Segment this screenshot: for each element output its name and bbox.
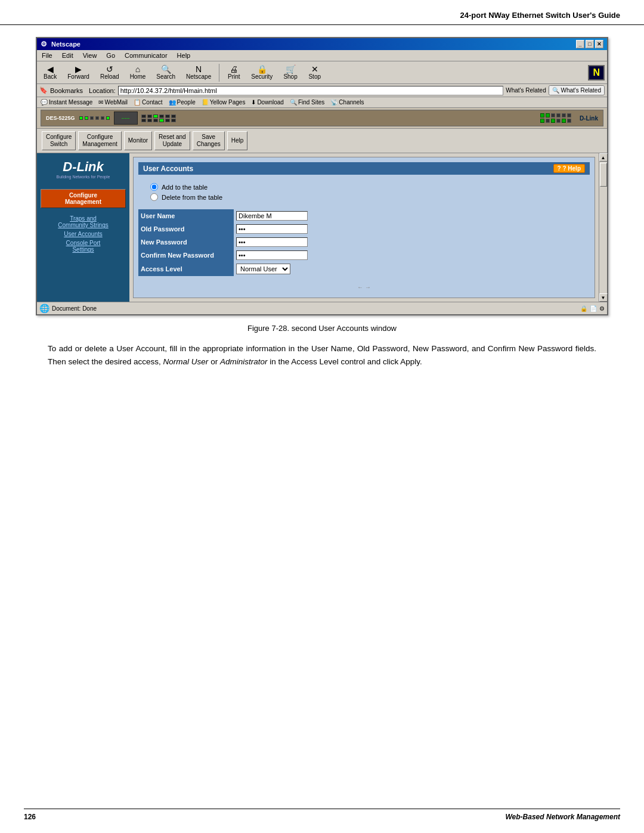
switch-port-row1: [79, 116, 110, 120]
bookmarks-label: Bookmarks: [50, 87, 83, 94]
browser-main-area: D-Link Building Networks for People Conf…: [37, 153, 607, 302]
bookmark-contact[interactable]: 📋 Contact: [132, 98, 163, 106]
port-slot: [159, 119, 164, 122]
dlink-logo-text: D-Link: [42, 159, 125, 175]
radio-add-input[interactable]: [150, 183, 158, 191]
panel-bottom: ← →: [138, 281, 590, 293]
radio-delete: Delete from the table: [150, 193, 578, 201]
bookmark-channels[interactable]: 📡 Channels: [329, 98, 365, 106]
led: [551, 113, 555, 117]
status-indicator: 🌐: [39, 304, 49, 313]
bookmark-people[interactable]: 👥 People: [168, 98, 197, 106]
status-icon-2: 📄: [590, 305, 597, 312]
location-input[interactable]: [118, 86, 504, 95]
toolbar-separator: [219, 64, 219, 82]
channels-icon: 📡: [330, 99, 338, 106]
save-changes-button[interactable]: SaveChanges: [193, 131, 225, 150]
sidebar-links: Traps andCommunity Strings User Accounts…: [37, 212, 129, 256]
bookmark-download[interactable]: ⬇ Download: [250, 98, 284, 106]
close-button[interactable]: ✕: [595, 40, 603, 48]
radio-delete-input[interactable]: [150, 193, 158, 201]
stop-button[interactable]: ✕ Stop: [304, 63, 326, 82]
access-level-select[interactable]: Normal User Administrator: [236, 264, 290, 274]
whats-related-button[interactable]: 🔍 What's Related: [549, 85, 605, 95]
access-level-cell: Normal User Administrator: [234, 262, 590, 276]
menu-help[interactable]: Help: [175, 51, 193, 60]
find-sites-icon: 🔍: [290, 99, 297, 106]
bookmark-instant-message[interactable]: 💬 Instant Message: [39, 98, 94, 106]
switch-graphic-bar: DES-5225G ~~~: [37, 108, 607, 129]
panel-help-button[interactable]: ? ? Help: [553, 164, 585, 173]
menu-bar: File Edit View Go Communicator Help: [37, 50, 607, 61]
configure-management-button[interactable]: ConfigureManagement: [78, 131, 121, 150]
footer-title: Web-Based Network Management: [506, 813, 621, 821]
menu-edit[interactable]: Edit: [60, 51, 76, 60]
new-password-input[interactable]: [236, 237, 308, 247]
username-input[interactable]: [236, 211, 308, 221]
whats-related[interactable]: What's Related: [506, 87, 546, 94]
sidebar-active-item[interactable]: ConfigureManagement: [41, 189, 126, 208]
port-slot: [165, 119, 170, 122]
confirm-password-input[interactable]: [236, 250, 308, 260]
table-row: Access Level Normal User Administrator: [138, 262, 590, 276]
radio-add-label: Add to the table: [162, 184, 208, 191]
home-button[interactable]: ⌂ Home: [126, 63, 150, 82]
port-slot: [153, 114, 158, 118]
bookmark-find-sites[interactable]: 🔍 Find Sites: [289, 98, 326, 106]
sidebar-link-console-port[interactable]: Console PortSettings: [42, 239, 125, 254]
minimize-button[interactable]: _: [576, 40, 584, 48]
menu-communicator[interactable]: Communicator: [122, 51, 170, 60]
back-button[interactable]: ◀ Back: [39, 63, 61, 82]
scroll-up-arrow[interactable]: ▲: [599, 153, 608, 162]
table-row: User Name: [138, 209, 590, 222]
led: [567, 113, 571, 117]
switch-port-top: [141, 114, 176, 118]
netscape-button[interactable]: N Netscape: [182, 63, 215, 82]
search-icon: 🔍: [161, 65, 171, 73]
reload-button[interactable]: ↺ Reload: [96, 63, 123, 82]
confirm-password-cell: [234, 249, 590, 262]
forward-button[interactable]: ▶ Forward: [63, 63, 94, 82]
vertical-scrollbar[interactable]: ▲ ▼: [599, 153, 607, 302]
username-label: User Name: [138, 209, 234, 222]
page-header-title: 24-port NWay Ethernet Switch User's Guid…: [460, 11, 620, 20]
sidebar-section: ConfigureManagement: [37, 185, 129, 212]
menu-file[interactable]: File: [39, 51, 55, 60]
figure-caption: Figure 7-28. second User Accounts window: [24, 324, 620, 333]
port-indicator: [85, 116, 88, 120]
sidebar-link-user-accounts[interactable]: User Accounts: [42, 230, 125, 239]
led: [546, 113, 550, 117]
radio-delete-label: Delete from the table: [162, 194, 222, 201]
reset-update-button[interactable]: Reset andUpdate: [154, 131, 190, 150]
username-cell: [234, 209, 590, 222]
menu-view[interactable]: View: [80, 51, 100, 60]
help-button[interactable]: Help: [227, 131, 248, 150]
old-password-label: Old Password: [138, 222, 234, 236]
port-slot: [147, 119, 152, 122]
scroll-down-arrow[interactable]: ▼: [599, 293, 608, 302]
shop-button[interactable]: 🛒 Shop: [279, 63, 301, 82]
security-button[interactable]: 🔒 Security: [247, 63, 277, 82]
print-button[interactable]: 🖨 Print: [223, 63, 244, 82]
print-icon: 🖨: [230, 65, 238, 73]
download-icon: ⬇: [251, 99, 256, 106]
reload-icon: ↺: [106, 65, 113, 73]
new-password-cell: [234, 236, 590, 249]
bookmark-yellow-pages[interactable]: 📒 Yellow Pages: [200, 98, 247, 106]
user-accounts-panel: User Accounts ? ? Help Add to the table: [133, 157, 595, 298]
search-button[interactable]: 🔍 Search: [152, 63, 179, 82]
sidebar-link-traps[interactable]: Traps andCommunity Strings: [42, 214, 125, 230]
old-password-input[interactable]: [236, 224, 308, 234]
port-slot: [141, 114, 146, 118]
browser-title: ⚙ Netscape: [41, 40, 80, 48]
footer-page-number: 126: [24, 813, 36, 821]
maximize-button[interactable]: □: [586, 40, 594, 48]
page-footer: 126 Web-Based Network Management: [24, 809, 620, 821]
menu-go[interactable]: Go: [104, 51, 117, 60]
configure-switch-button[interactable]: ConfigureSwitch: [42, 131, 76, 150]
status-bar: 🌐 Document: Done 🔒 📄 ⚙: [37, 302, 607, 314]
scroll-thumb[interactable]: [600, 163, 607, 187]
bookmark-webmail[interactable]: ✉ WebMail: [97, 98, 129, 106]
shop-icon: 🛒: [286, 65, 296, 73]
monitor-button[interactable]: Monitor: [124, 131, 152, 150]
